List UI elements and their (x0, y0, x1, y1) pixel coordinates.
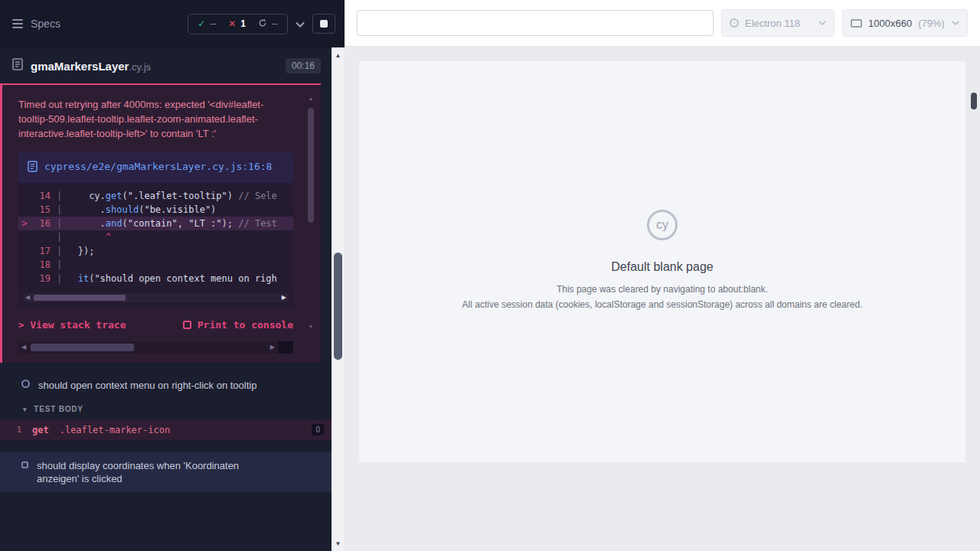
aut-header: Electron 118 1000x660 (79%) (345, 0, 980, 47)
error-horizontal-scrollbar[interactable]: ◀ ▶ (18, 341, 278, 354)
collapse-tests-button[interactable] (296, 18, 305, 30)
file-link-text: cypress/e2e/gmaMarkersLayer.cy.js:16:8 (44, 159, 272, 175)
blank-page-title: Default blank page (462, 260, 863, 274)
print-label: Print to console (198, 319, 293, 331)
code-line: 19| it("should open context menu on righ (18, 272, 293, 285)
scroll-up-icon[interactable]: ▲ (332, 49, 345, 61)
command-row[interactable]: 1 get .leaflet-marker-icon 0 (0, 419, 332, 440)
scroll-right-icon[interactable]: ▶ (270, 341, 275, 354)
code-line: 15| .should("be.visible") (18, 203, 293, 217)
reporter-content: gmaMarkersLayer.cy.js 00:16 Timed out re… (0, 47, 332, 551)
error-scrollbar-thumb[interactable] (308, 108, 314, 223)
scroll-right-icon[interactable]: ▶ (282, 293, 286, 302)
cypress-logo: cy (647, 210, 678, 240)
stat-passed: ✓ -- (198, 18, 216, 29)
scroll-down-icon[interactable]: ▼ (307, 324, 315, 329)
scroll-left-icon[interactable]: ◀ (25, 293, 30, 302)
aut-viewport-area: cy Default blank page This page was clea… (345, 47, 980, 551)
aut-page: cy Default blank page This page was clea… (359, 61, 965, 462)
viewport-size: 1000x660 (868, 18, 912, 29)
scrollbar-corner (278, 341, 293, 354)
stat-pending: -- (258, 18, 278, 30)
test-body-toggle[interactable]: ▾ TEST BODY (0, 399, 332, 418)
cross-icon: ✕ (228, 18, 236, 29)
stop-run-button[interactable] (312, 14, 335, 34)
pending-count: -- (272, 18, 278, 29)
reporter-panel: Specs ✓ -- ✕ 1 -- (0, 0, 345, 551)
reporter-scrollbar-thumb[interactable] (334, 253, 342, 360)
command-count-badge: 0 (312, 424, 324, 435)
code-frame: cypress/e2e/gmaMarkersLayer.cy.js:16:8 1… (18, 152, 293, 307)
check-icon: ✓ (198, 18, 205, 29)
refresh-icon (258, 18, 267, 30)
code-frame-file-link[interactable]: cypress/e2e/gmaMarkersLayer.cy.js:16:8 (18, 152, 293, 183)
viewport-icon (851, 19, 862, 28)
command-method: get (32, 425, 49, 435)
test-stats: ✓ -- ✕ 1 -- (188, 14, 288, 34)
stop-icon (320, 20, 328, 28)
reporter-scrollbar[interactable]: ▲ ▼ (332, 47, 345, 551)
error-message: Timed out retrying after 4000ms: expecte… (18, 97, 293, 141)
electron-icon (730, 18, 739, 28)
spec-title-row[interactable]: gmaMarkersLayer.cy.js 00:16 (0, 47, 332, 83)
test-running-icon (21, 380, 30, 388)
test-body-label: TEST BODY (34, 405, 83, 413)
blank-page-content: cy Default blank page This page was clea… (462, 210, 863, 314)
view-stack-trace-link[interactable]: > View stack trace (18, 319, 126, 331)
chevron-down-icon (952, 21, 959, 25)
print-icon (183, 321, 191, 329)
failed-count: 1 (240, 18, 246, 29)
code-line: >16| .and("contain", "LT :"); // Test (18, 217, 293, 230)
caret-down-icon: ▾ (23, 406, 27, 413)
spec-duration: 00:16 (286, 58, 321, 73)
window-scrollbar-thumb[interactable] (971, 93, 977, 109)
code-line: 17| }); (18, 244, 293, 258)
test-row[interactable]: should open context menu on right-click … (0, 372, 332, 399)
scroll-left-icon[interactable]: ◀ (21, 341, 26, 354)
test-pending-icon (21, 461, 28, 468)
command-number: 1 (0, 425, 32, 435)
passed-count: -- (210, 18, 216, 29)
spec-name: gmaMarkersLayer.cy.js (31, 60, 151, 73)
code-line: 14| cy.get(".leaflet-tooltip") // Sele (18, 189, 293, 203)
error-links: > View stack trace Print to console (18, 319, 293, 331)
blank-page-line: This page was cleared by navigating to a… (462, 283, 863, 295)
print-to-console-link[interactable]: Print to console (183, 319, 293, 331)
code-line: | ^ (18, 230, 293, 244)
spec-extension: .cy.js (129, 61, 151, 73)
viewport-scale: (79%) (918, 18, 945, 29)
test-row[interactable]: should display coordinates when 'Koordin… (0, 452, 332, 492)
test-title: should display coordinates when 'Koordin… (37, 459, 270, 485)
chevron-down-icon (818, 21, 826, 25)
specs-title: Specs (31, 18, 60, 30)
error-panel: Timed out retrying after 4000ms: expecte… (0, 83, 321, 363)
chevron-right-icon: > (18, 320, 24, 331)
tests-list: should open context menu on right-click … (0, 363, 332, 492)
aut-panel: Electron 118 1000x660 (79%) cy Default b… (345, 0, 980, 551)
stat-failed: ✕ 1 (228, 18, 246, 29)
viewport-selector[interactable]: 1000x660 (79%) (842, 9, 968, 37)
scroll-up-icon[interactable]: ▲ (307, 96, 315, 101)
code-line: 18| (18, 258, 293, 272)
document-icon (12, 58, 23, 73)
reporter-body: gmaMarkersLayer.cy.js 00:16 Timed out re… (0, 47, 345, 551)
test-title: should open context menu on right-click … (38, 379, 256, 392)
code-lines: 14| cy.get(".leaflet-tooltip") // Sele 1… (18, 183, 293, 287)
stack-trace-label: View stack trace (30, 319, 126, 331)
error-hscroll-wrap: ◀ ▶ (18, 341, 293, 354)
specs-menu-icon[interactable] (12, 19, 23, 28)
chevron-down-icon (296, 18, 305, 30)
scroll-down-icon[interactable]: ▼ (332, 537, 345, 549)
code-horizontal-scrollbar[interactable]: ◀ ▶ (23, 293, 289, 302)
browser-selector[interactable]: Electron 118 (721, 9, 835, 37)
url-input[interactable] (357, 10, 714, 36)
reporter-header: Specs ✓ -- ✕ 1 -- (0, 0, 345, 47)
error-hscrollbar-thumb[interactable] (31, 344, 134, 351)
command-args: .leaflet-marker-icon (60, 425, 312, 435)
code-scrollbar-thumb[interactable] (34, 295, 126, 301)
error-vertical-scrollbar[interactable]: ▲ ▼ (307, 96, 315, 329)
blank-page-line: All active session data (cookies, localS… (462, 298, 863, 311)
file-icon (28, 161, 38, 175)
browser-label: Electron 118 (745, 18, 800, 29)
